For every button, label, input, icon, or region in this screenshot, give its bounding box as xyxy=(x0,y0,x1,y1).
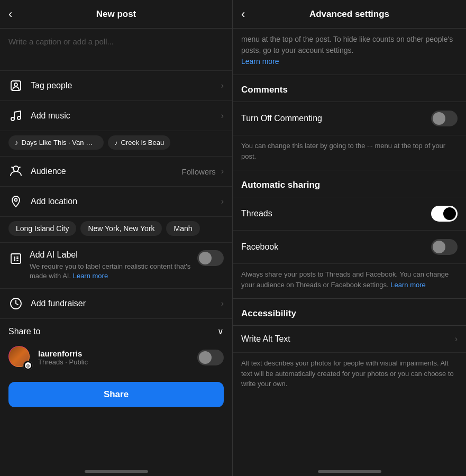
facebook-toggle-knob xyxy=(433,241,445,253)
music-note-icon-1: ♪ xyxy=(15,139,19,147)
left-home-bar xyxy=(85,470,148,473)
facebook-label: Facebook xyxy=(241,242,431,252)
user-sub: Threads · Public xyxy=(38,358,191,366)
audience-icon xyxy=(8,164,23,179)
commenting-desc: You can change this later by going to th… xyxy=(233,135,466,170)
music-chip-label-2: Creek is Beau xyxy=(121,139,165,147)
add-location-row[interactable]: Add location › xyxy=(0,187,232,217)
svg-point-1 xyxy=(14,83,17,86)
svg-rect-5 xyxy=(11,254,21,263)
ai-label-toggle[interactable] xyxy=(197,250,224,266)
auto-sharing-section: Threads Facebook Always share your posts… xyxy=(233,197,466,299)
threads-row: Threads xyxy=(233,197,466,231)
ai-label-content: Add AI Label We require you to label cer… xyxy=(30,250,191,281)
location-chip-1[interactable]: Long Island City xyxy=(8,221,76,236)
ai-label-toggle-knob xyxy=(199,252,212,264)
add-fundraiser-icon xyxy=(8,296,23,311)
threads-badge: @ xyxy=(23,361,33,370)
svg-point-4 xyxy=(15,199,17,202)
music-chips-container: ♪ Days Like This · Van Mo... ♪ Creek is … xyxy=(0,131,232,157)
intro-text: menu at the top of the post. To hide lik… xyxy=(233,29,466,75)
accessibility-section-title: Accessibility xyxy=(233,299,466,326)
intro-learn-more-link[interactable]: Learn more xyxy=(241,57,279,66)
audience-row[interactable]: Audience Followers › xyxy=(0,157,232,187)
right-home-indicator xyxy=(233,466,466,476)
facebook-row: Facebook xyxy=(233,231,466,264)
turn-off-commenting-row: Turn Off Commenting xyxy=(233,102,466,135)
share-to-header[interactable]: Share to ∨ xyxy=(0,319,232,342)
alt-text-desc: Alt text describes your photos for peopl… xyxy=(233,353,466,398)
add-music-row[interactable]: Add music › xyxy=(0,101,232,131)
right-home-bar xyxy=(318,470,381,473)
auto-sharing-learn-more[interactable]: Learn more xyxy=(390,281,425,289)
share-to-chevron: ∨ xyxy=(217,326,224,336)
location-chip-3[interactable]: Manh xyxy=(166,221,199,236)
avatar-container: @ xyxy=(8,346,32,369)
music-note-icon-2: ♪ xyxy=(114,139,118,147)
user-info: laurenforris Threads · Public xyxy=(38,349,191,366)
add-location-icon xyxy=(8,194,23,209)
add-fundraiser-chevron: › xyxy=(221,299,224,308)
location-chips-container: Long Island City New York, New York Manh xyxy=(0,217,232,243)
turn-off-commenting-knob xyxy=(433,112,445,125)
turn-off-commenting-toggle[interactable] xyxy=(431,111,458,126)
alt-text-label: Write Alt Text xyxy=(241,334,453,344)
music-chip-label-1: Days Like This · Van Mo... xyxy=(22,139,98,147)
threads-toggle-knob xyxy=(443,207,456,220)
right-back-arrow[interactable]: ‹ xyxy=(241,7,245,21)
comments-section-title: Comments xyxy=(233,75,466,102)
audience-chevron: › xyxy=(221,167,224,176)
ai-label-title: Add AI Label xyxy=(30,250,191,260)
turn-off-commenting-label: Turn Off Commenting xyxy=(241,114,431,123)
left-panel-title: New post xyxy=(96,9,136,20)
audience-label: Audience xyxy=(31,167,181,176)
tag-people-chevron: › xyxy=(221,81,224,90)
left-back-arrow[interactable]: ‹ xyxy=(8,7,12,21)
threads-label: Threads xyxy=(241,209,431,218)
auto-sharing-desc: Always share your posts to Threads and F… xyxy=(233,264,466,298)
audience-value: Followers xyxy=(181,167,215,176)
auto-sharing-section-title: Automatic sharing xyxy=(233,170,466,197)
left-header: ‹ New post xyxy=(0,0,232,29)
user-name: laurenforris xyxy=(38,349,191,358)
right-panel-title: Advanced settings xyxy=(309,9,389,20)
right-panel: ‹ Advanced settings menu at the top of t… xyxy=(233,0,466,476)
tag-people-icon xyxy=(8,78,23,93)
add-fundraiser-label: Add fundraiser xyxy=(31,299,219,308)
right-header: ‹ Advanced settings xyxy=(233,0,466,29)
user-share-toggle-knob xyxy=(199,351,212,364)
tag-people-label: Tag people xyxy=(31,81,219,90)
add-music-label: Add music xyxy=(31,111,219,121)
svg-point-2 xyxy=(11,117,14,121)
add-fundraiser-row[interactable]: Add fundraiser › xyxy=(0,289,232,319)
music-chip-2[interactable]: ♪ Creek is Beau xyxy=(108,135,170,150)
user-share-toggle[interactable] xyxy=(197,350,224,365)
left-home-indicator xyxy=(0,466,232,476)
location-chip-2[interactable]: New York, New York xyxy=(80,221,162,236)
share-button[interactable]: Share xyxy=(8,382,224,407)
add-music-chevron: › xyxy=(221,111,224,121)
alt-text-chevron: › xyxy=(455,334,458,344)
music-chip-1[interactable]: ♪ Days Like This · Van Mo... xyxy=(8,135,104,150)
add-location-chevron: › xyxy=(221,197,224,206)
share-to-label: Share to xyxy=(8,327,40,336)
ai-learn-more-link[interactable]: Learn more xyxy=(73,272,108,280)
threads-toggle[interactable] xyxy=(431,206,458,222)
write-alt-text-row[interactable]: Write Alt Text › xyxy=(233,326,466,353)
right-content: menu at the top of the post. To hide lik… xyxy=(233,29,466,466)
user-row: @ laurenforris Threads · Public xyxy=(0,342,232,377)
add-music-icon xyxy=(8,108,23,123)
facebook-toggle[interactable] xyxy=(431,239,458,255)
threads-badge-inner: @ xyxy=(25,362,31,369)
caption-placeholder: Write a caption or add a poll... xyxy=(8,37,114,46)
ai-label-desc: We require you to label certain realisti… xyxy=(30,262,191,281)
add-location-label: Add location xyxy=(31,197,219,206)
left-panel: ‹ New post Write a caption or add a poll… xyxy=(0,0,233,476)
tag-people-row[interactable]: Tag people › xyxy=(0,71,232,101)
ai-label-icon xyxy=(8,251,23,266)
ai-label-row: Add AI Label We require you to label cer… xyxy=(0,243,232,289)
caption-area[interactable]: Write a caption or add a poll... xyxy=(0,29,232,71)
